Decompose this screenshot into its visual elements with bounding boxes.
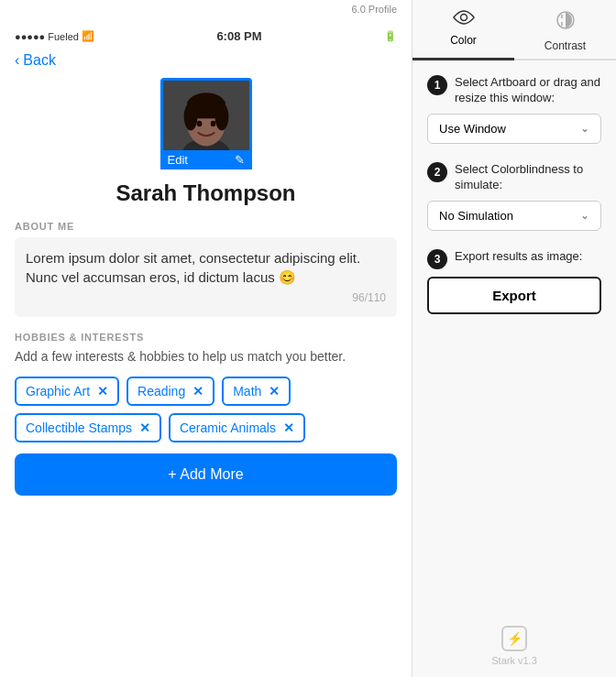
edit-label: Edit [168, 153, 188, 167]
user-name: Sarah Thompson [116, 180, 295, 206]
tag-collectible-stamps[interactable]: Collectible Stamps ✕ [15, 413, 161, 442]
svg-point-9 [210, 121, 215, 127]
back-button[interactable]: ‹ Back [15, 52, 56, 69]
step-2-header: 2 Select Colorblindness to simulate: [427, 162, 601, 193]
back-label: Back [23, 52, 56, 69]
status-bar: ●●●●● Fueled 📶 6:08 PM 🔋 [0, 22, 412, 47]
tag-label-collectible-stamps: Collectible Stamps [26, 420, 132, 435]
about-section: ABOUT ME Lorem ipsum dolor sit amet, con… [15, 221, 397, 317]
step-2-text: Select Colorblindness to simulate: [455, 162, 601, 193]
tag-remove-math[interactable]: ✕ [269, 384, 280, 399]
stark-version: Stark v1.3 [491, 655, 537, 666]
step-3-text: Export results as image: [455, 249, 582, 265]
step-1-text: Select Artboard or drag and resize this … [455, 75, 601, 106]
step-1-header: 1 Select Artboard or drag and resize thi… [427, 75, 601, 106]
profile-content: Edit ✎ Sarah Thompson ABOUT ME Lorem ips… [0, 78, 412, 677]
step-3-header: 3 Export results as image: [427, 249, 601, 269]
step-1-select[interactable]: Use Window ⌄ [427, 114, 601, 144]
pencil-icon: ✎ [235, 153, 245, 167]
export-button[interactable]: Export [427, 277, 601, 314]
chevron-down-icon: ⌄ [580, 122, 589, 135]
tab-contrast[interactable]: Contrast [514, 0, 616, 60]
battery-icon: 🔋 [384, 30, 397, 42]
add-more-button[interactable]: + Add More [15, 453, 397, 496]
tag-math[interactable]: Math ✕ [222, 377, 291, 406]
stark-panel: Color Contrast 1 Select Artboa [412, 0, 616, 677]
status-time: 6:08 PM [216, 29, 261, 43]
about-box[interactable]: Lorem ipsum dolor sit amet, consectetur … [15, 237, 397, 317]
step-1-circle: 1 [427, 75, 447, 95]
step-2-select[interactable]: No Simulation ⌄ [427, 201, 601, 231]
tab-color-label: Color [450, 34, 477, 47]
chevron-down-icon-2: ⌄ [580, 209, 589, 222]
step-1-select-value: Use Window [439, 122, 506, 136]
hobbies-label: HOBBIES & INTERESTS [15, 332, 397, 343]
tag-graphic-art[interactable]: Graphic Art ✕ [15, 377, 119, 406]
tab-bar: Color Contrast [412, 0, 616, 60]
step-2-select-value: No Simulation [439, 209, 513, 223]
tag-remove-collectible-stamps[interactable]: ✕ [139, 420, 150, 435]
tag-reading[interactable]: Reading ✕ [126, 377, 214, 406]
wifi-icon: 📶 [82, 30, 94, 42]
tag-label-reading: Reading [138, 384, 185, 399]
tag-ceramic-animals[interactable]: Ceramic Animals ✕ [169, 413, 305, 442]
step-1-row: 1 Select Artboard or drag and resize thi… [427, 75, 601, 144]
tab-color[interactable]: Color [412, 0, 514, 60]
about-counter: 96/110 [26, 290, 386, 306]
tab-contrast-label: Contrast [544, 39, 586, 52]
step-2-row: 2 Select Colorblindness to simulate: No … [427, 162, 601, 231]
carrier-text: ●●●●● Fueled [15, 31, 79, 42]
tags-container: Graphic Art ✕ Reading ✕ Math ✕ Collectib… [15, 377, 397, 442]
tag-remove-reading[interactable]: ✕ [192, 384, 204, 399]
phone-panel: 6.0 Profile ●●●●● Fueled 📶 6:08 PM 🔋 ‹ B… [0, 0, 412, 677]
hobbies-section: HOBBIES & INTERESTS Add a few interests … [15, 332, 397, 497]
tag-label-math: Math [233, 384, 261, 399]
stark-content: 1 Select Artboard or drag and resize thi… [412, 60, 616, 615]
stark-logo-icon: ⚡ [501, 626, 527, 651]
profile-title-bar: 6.0 Profile [0, 0, 412, 22]
color-icon [453, 9, 475, 30]
svg-rect-7 [187, 102, 225, 119]
edit-bar[interactable]: Edit ✎ [160, 150, 252, 169]
avatar-container: Edit ✎ [160, 78, 252, 169]
tag-remove-ceramic-animals[interactable]: ✕ [283, 420, 294, 435]
tag-label-graphic-art: Graphic Art [26, 384, 90, 399]
tag-label-ceramic-animals: Ceramic Animals [180, 420, 276, 435]
tag-remove-graphic-art[interactable]: ✕ [97, 384, 108, 399]
status-carrier: ●●●●● Fueled 📶 [15, 30, 94, 42]
hobbies-hint: Add a few interests & hobbies to help us… [15, 348, 397, 366]
profile-title-text: 6.0 Profile [351, 4, 397, 15]
svg-point-8 [196, 121, 202, 127]
contrast-icon [555, 9, 577, 36]
step-3-row: 3 Export results as image: Export [427, 249, 601, 314]
stark-footer: ⚡ Stark v1.3 [412, 615, 616, 677]
chevron-left-icon: ‹ [15, 52, 19, 69]
about-label: ABOUT ME [15, 221, 397, 232]
nav-bar: ‹ Back [0, 47, 412, 78]
step-3-circle: 3 [427, 249, 447, 269]
svg-point-10 [460, 15, 467, 21]
status-icons: 🔋 [384, 30, 397, 42]
about-text: Lorem ipsum dolor sit amet, consectetur … [26, 250, 360, 285]
step-2-circle: 2 [427, 162, 447, 182]
